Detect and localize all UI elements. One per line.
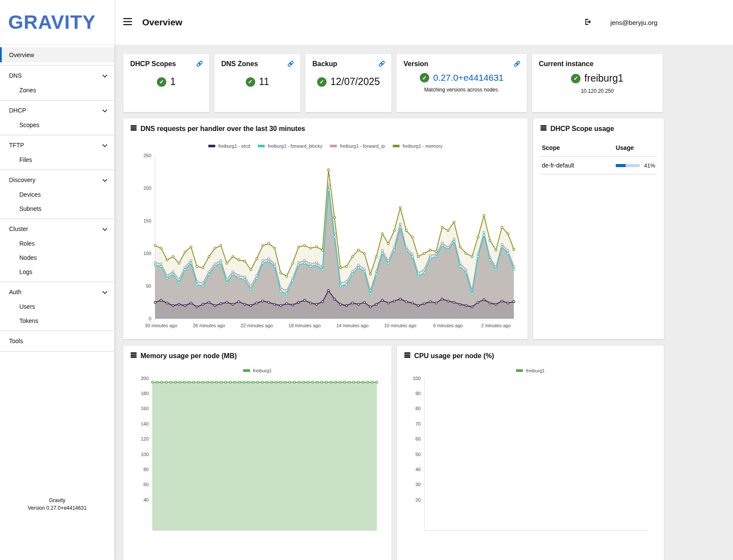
sidebar-item-nodes[interactable]: Nodes [0, 250, 114, 265]
chevron-down-icon [102, 289, 107, 295]
sidebar-section: DiscoveryDevicesSubnets [0, 170, 114, 219]
legend-label: freiburg1 - forward_blocky [268, 143, 322, 149]
legend-item: freiburg1 - forward_blocky [258, 143, 322, 149]
database-icon [130, 125, 137, 133]
svg-text:100: 100 [144, 251, 151, 256]
sidebar-item-label: DNS [9, 72, 22, 79]
sidebar-item-dns[interactable]: DNS [0, 68, 114, 83]
footer-version: Version 0.27.0+e4414631 [0, 504, 114, 512]
database-icon [130, 352, 137, 360]
cpu-usage-chart-card: CPU usage per node (%) freiburg1 1009080… [397, 346, 664, 560]
sign-out-icon [584, 18, 593, 27]
stat-card-value-row: ✓1 [130, 76, 202, 88]
sidebar-item-label: Tokens [19, 317, 38, 324]
svg-text:120: 120 [141, 436, 149, 441]
sidebar-item-scopes[interactable]: Scopes [0, 118, 114, 132]
stat-card-dns-zones: DNS Zones✓11 [214, 54, 300, 112]
sidebar-item-dhcp[interactable]: DHCP [0, 103, 114, 118]
chart-card-header: DHCP Scope usage [540, 125, 657, 133]
stat-card-value: 1 [170, 76, 176, 88]
sidebar-item-tftp[interactable]: TFTP [0, 137, 114, 152]
link-icon[interactable] [287, 61, 294, 69]
sidebar-item-devices[interactable]: Devices [0, 187, 114, 201]
memory-chart-legend: freiburg1 [130, 368, 385, 373]
sidebar-item-files[interactable]: Files [0, 152, 114, 167]
chart-title: CPU usage per node (%) [414, 352, 494, 360]
sidebar-item-label: Devices [19, 191, 41, 198]
sidebar-item-cluster[interactable]: Cluster [0, 221, 114, 236]
sidebar-item-zones[interactable]: Zones [0, 83, 114, 97]
chart-card-header: DNS requests per handler over the last 3… [130, 125, 521, 133]
svg-text:80: 80 [144, 467, 149, 472]
stat-card-value[interactable]: 0.27.0+e4414631 [433, 73, 504, 83]
check-circle-icon: ✓ [246, 77, 255, 87]
page-title: Overview [142, 17, 182, 27]
memory-usage-chart-card: Memory usage per node (MB) freiburg1 200… [123, 346, 391, 560]
link-icon[interactable] [379, 61, 385, 69]
chart-title: Memory usage per node (MB) [140, 352, 237, 360]
legend-item: freiburg1 [516, 368, 544, 373]
legend-item: freiburg1 [243, 368, 272, 373]
stat-card-value-row: ✓0.27.0+e4414631 [403, 73, 520, 83]
svg-text:18 minutes ago: 18 minutes ago [288, 323, 321, 328]
column-header-usage: Usage [614, 139, 657, 157]
svg-text:50: 50 [146, 283, 151, 289]
cpu-chart-legend: freiburg1 [404, 368, 657, 373]
sidebar-item-tokens[interactable]: Tokens [0, 313, 114, 328]
app-logo[interactable]: GRAVITY [0, 0, 114, 45]
svg-text:20: 20 [415, 497, 421, 502]
link-icon[interactable] [196, 61, 203, 69]
database-icon [540, 125, 547, 133]
sidebar-item-roles[interactable]: Roles [0, 236, 114, 250]
svg-text:60: 60 [415, 436, 421, 441]
sidebar-item-label: Users [19, 303, 35, 310]
dns-chart-legend: freiburg1 - etcdfreiburg1 - forward_bloc… [130, 143, 521, 149]
svg-text:60: 60 [144, 482, 149, 487]
svg-text:10 minutes ago: 10 minutes ago [384, 323, 416, 328]
sidebar-item-subnets[interactable]: Subnets [0, 201, 114, 216]
user-email[interactable]: jens@beryju.org [611, 19, 657, 26]
svg-text:22 minutes ago: 22 minutes ago [241, 323, 273, 328]
stat-card-backup: Backup✓12/07/2025 [305, 54, 391, 112]
legend-item: freiburg1 - etcd [208, 143, 250, 149]
sidebar-item-discovery[interactable]: Discovery [0, 172, 114, 187]
sidebar-item-overview[interactable]: Overview [0, 47, 114, 62]
stat-card-title: DNS Zones [221, 60, 293, 68]
stat-card-value: 12/07/2025 [330, 76, 380, 88]
sidebar-section: DHCPScopes [0, 100, 114, 135]
sidebar-item-users[interactable]: Users [0, 299, 114, 313]
link-icon[interactable] [514, 61, 520, 69]
sidebar: GRAVITY OverviewDNSZonesDHCPScopesTFTPFi… [0, 0, 114, 560]
sidebar-section: AuthUsersTokens [0, 282, 114, 331]
sidebar-item-auth[interactable]: Auth [0, 284, 114, 299]
svg-text:14 minutes ago: 14 minutes ago [336, 323, 369, 328]
svg-text:140: 140 [141, 421, 149, 426]
sidebar-section: TFTPFiles [0, 135, 114, 170]
sidebar-section: Tools [0, 331, 114, 352]
chevron-down-icon [102, 72, 107, 79]
sidebar-section: ClusterRolesNodesLogs [0, 219, 114, 282]
sidebar-item-label: Nodes [19, 254, 37, 261]
sidebar-item-label: Auth [9, 289, 21, 295]
check-circle-icon: ✓ [157, 77, 166, 87]
menu-toggle-button[interactable] [123, 18, 132, 27]
legend-swatch [393, 145, 400, 147]
svg-text:2 minutes ago: 2 minutes ago [481, 323, 511, 328]
check-circle-icon: ✓ [571, 74, 580, 83]
svg-text:100: 100 [141, 452, 149, 457]
sidebar-item-tools[interactable]: Tools [0, 333, 114, 348]
database-icon [404, 352, 411, 360]
stat-card-value: 11 [259, 76, 269, 88]
sidebar-item-logs[interactable]: Logs [0, 265, 114, 279]
legend-swatch [258, 145, 265, 147]
svg-text:160: 160 [141, 406, 149, 411]
svg-text:30 minutes ago: 30 minutes ago [145, 323, 177, 328]
check-circle-icon: ✓ [420, 73, 429, 82]
topbar: Overview jens@beryju.org [114, 0, 733, 45]
legend-swatch [243, 369, 250, 372]
svg-text:200: 200 [141, 376, 149, 381]
legend-label: freiburg1 [526, 368, 544, 373]
sign-out-button[interactable] [584, 18, 593, 27]
usage-progress-bar [616, 164, 640, 167]
cpu-chart-svg: 1009080706050403020 [404, 374, 657, 554]
